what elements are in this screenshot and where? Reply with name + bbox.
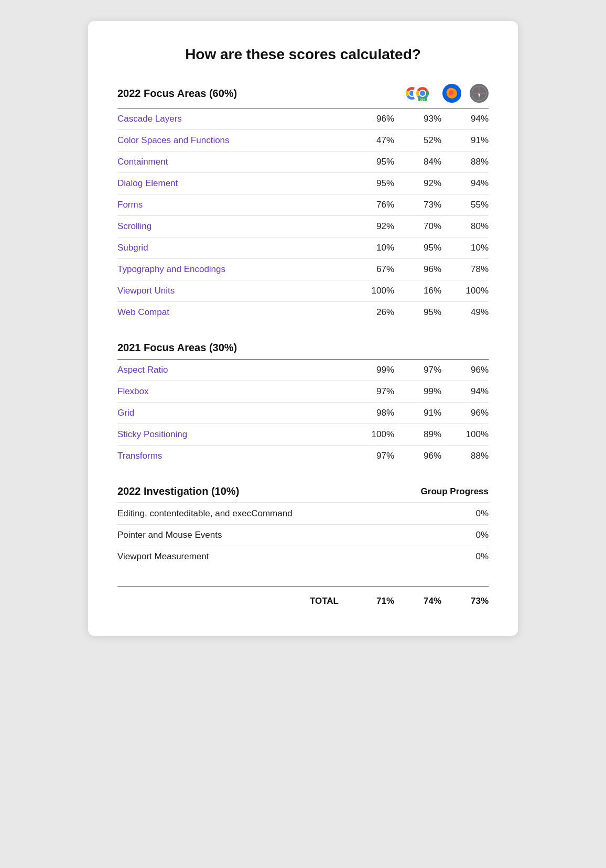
row-val-3: 94% xyxy=(441,114,489,124)
section-2022-header: 2022 Focus Areas (60%) xyxy=(117,84,489,108)
row-label[interactable]: Web Compat xyxy=(117,307,347,318)
total-v1: 71% xyxy=(347,596,394,606)
table-row: Transforms 97% 96% 88% xyxy=(117,446,489,466)
row-val-3: 10% xyxy=(441,243,489,253)
row-label[interactable]: Grid xyxy=(117,408,347,418)
row-val-1: 100% xyxy=(347,286,394,296)
row-values: 67% 96% 78% xyxy=(347,264,489,275)
group-progress-label: Group Progress xyxy=(421,486,489,497)
table-row: Typography and Encodings 67% 96% 78% xyxy=(117,259,489,280)
table-row: Subgrid 10% 95% 10% xyxy=(117,237,489,259)
row-values: 100% 16% 100% xyxy=(347,286,489,296)
row-val-2: 95% xyxy=(394,243,441,253)
browser-icons: DEV xyxy=(403,84,489,103)
row-label[interactable]: Transforms xyxy=(117,451,347,461)
row-values: 95% 84% 88% xyxy=(347,157,489,167)
row-val-2: 91% xyxy=(394,408,441,418)
row-label[interactable]: Forms xyxy=(117,200,347,210)
row-values: 99% 97% 96% xyxy=(347,365,489,375)
chrome-icons: DEV xyxy=(403,84,434,103)
row-val-3: 88% xyxy=(441,451,489,461)
row-val-2: 89% xyxy=(394,429,441,440)
rows-2022-container: Cascade Layers 96% 93% 94% Color Spaces … xyxy=(117,108,489,323)
row-label[interactable]: Dialog Element xyxy=(117,178,347,189)
row-val-2: 52% xyxy=(394,135,441,146)
row-label[interactable]: Cascade Layers xyxy=(117,114,347,124)
row-val-1: 100% xyxy=(347,429,394,440)
row-val-2: 96% xyxy=(394,264,441,275)
row-val-3: 80% xyxy=(441,221,489,232)
main-card: How are these scores calculated? 2022 Fo… xyxy=(88,21,518,636)
row-val-3: 88% xyxy=(441,157,489,167)
row-val-1: 95% xyxy=(347,157,394,167)
list-item: Viewport Measurement 0% xyxy=(117,546,489,567)
row-val-3: 100% xyxy=(441,286,489,296)
table-row: Cascade Layers 96% 93% 94% xyxy=(117,108,489,130)
table-row: Scrolling 92% 70% 80% xyxy=(117,216,489,237)
investigation-item-val: 0% xyxy=(441,551,489,562)
row-val-3: 96% xyxy=(441,408,489,418)
table-row: Forms 76% 73% 55% xyxy=(117,194,489,216)
rows-investigation-container: Editing, contenteditable, and execComman… xyxy=(117,503,489,567)
table-row: Viewport Units 100% 16% 100% xyxy=(117,280,489,302)
investigation-label: 2022 Investigation (10%) xyxy=(117,485,239,497)
table-row: Web Compat 26% 95% 49% xyxy=(117,302,489,323)
table-row: Sticky Positioning 100% 89% 100% xyxy=(117,424,489,446)
row-label[interactable]: Typography and Encodings xyxy=(117,264,347,275)
row-values: 92% 70% 80% xyxy=(347,221,489,232)
row-val-3: 55% xyxy=(441,200,489,210)
row-values: 76% 73% 55% xyxy=(347,200,489,210)
page-title: How are these scores calculated? xyxy=(117,46,489,63)
row-values: 97% 99% 94% xyxy=(347,386,489,397)
svg-point-7 xyxy=(420,91,425,96)
row-values: 26% 95% 49% xyxy=(347,307,489,318)
row-label[interactable]: Sticky Positioning xyxy=(117,429,347,440)
row-val-2: 99% xyxy=(394,386,441,397)
row-values: 100% 89% 100% xyxy=(347,429,489,440)
firefox-icon xyxy=(442,84,461,103)
section-2021: 2021 Focus Areas (30%) Aspect Ratio 99% … xyxy=(117,342,489,466)
total-label: TOTAL xyxy=(117,596,347,606)
total-row: TOTAL 71% 74% 73% xyxy=(117,586,489,606)
row-val-2: 70% xyxy=(394,221,441,232)
total-v2: 74% xyxy=(394,596,441,606)
row-val-1: 26% xyxy=(347,307,394,318)
row-val-2: 84% xyxy=(394,157,441,167)
section-2022-label: 2022 Focus Areas (60%) xyxy=(117,88,237,100)
safari-icon xyxy=(470,84,489,103)
row-val-2: 96% xyxy=(394,451,441,461)
row-label[interactable]: Color Spaces and Functions xyxy=(117,135,347,146)
rows-2021-container: Aspect Ratio 99% 97% 96% Flexbox 97% 99%… xyxy=(117,360,489,466)
row-values: 10% 95% 10% xyxy=(347,243,489,253)
row-label[interactable]: Viewport Units xyxy=(117,286,347,296)
table-row: Grid 98% 91% 96% xyxy=(117,403,489,424)
row-val-1: 95% xyxy=(347,178,394,189)
row-val-1: 47% xyxy=(347,135,394,146)
row-label[interactable]: Scrolling xyxy=(117,221,347,232)
row-val-1: 92% xyxy=(347,221,394,232)
row-val-2: 92% xyxy=(394,178,441,189)
row-label[interactable]: Subgrid xyxy=(117,243,347,253)
row-values: 95% 92% 94% xyxy=(347,178,489,189)
row-val-2: 95% xyxy=(394,307,441,318)
table-row: Containment 95% 84% 88% xyxy=(117,151,489,173)
row-label[interactable]: Flexbox xyxy=(117,386,347,397)
row-val-3: 78% xyxy=(441,264,489,275)
row-val-1: 97% xyxy=(347,451,394,461)
row-val-2: 93% xyxy=(394,114,441,124)
investigation-item-label: Editing, contenteditable, and execComman… xyxy=(117,508,441,519)
row-val-2: 16% xyxy=(394,286,441,296)
row-val-1: 10% xyxy=(347,243,394,253)
row-label[interactable]: Aspect Ratio xyxy=(117,365,347,375)
chrome-dev-icon: DEV xyxy=(413,84,432,103)
row-values: 96% 93% 94% xyxy=(347,114,489,124)
row-val-1: 97% xyxy=(347,386,394,397)
row-label[interactable]: Containment xyxy=(117,157,347,167)
row-val-2: 73% xyxy=(394,200,441,210)
row-val-2: 97% xyxy=(394,365,441,375)
table-row: Color Spaces and Functions 47% 52% 91% xyxy=(117,130,489,151)
investigation-header: 2022 Investigation (10%) Group Progress xyxy=(117,485,489,503)
row-val-1: 67% xyxy=(347,264,394,275)
list-item: Pointer and Mouse Events 0% xyxy=(117,525,489,546)
row-val-3: 94% xyxy=(441,386,489,397)
